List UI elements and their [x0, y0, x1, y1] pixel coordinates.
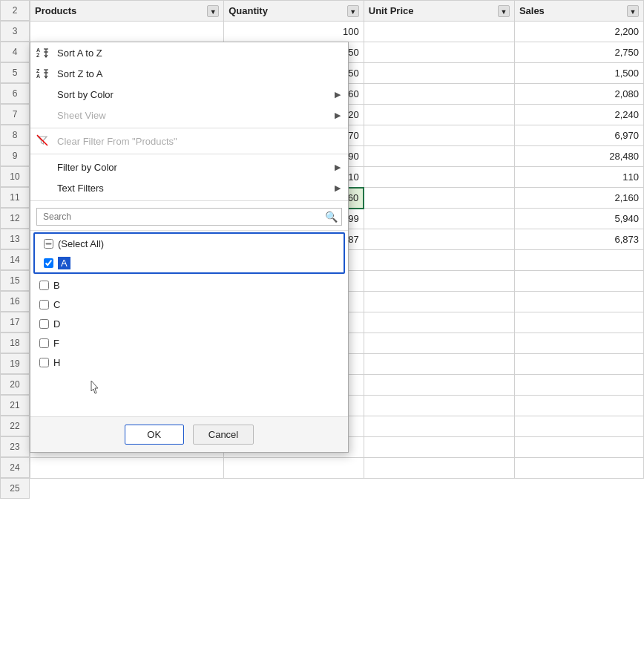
row-numbers: 2 3 4 5 6 7 8 9 10 11 12 13 14 15 16 17 … — [0, 0, 30, 499]
svg-text:A: A — [36, 48, 40, 53]
filter-item-f[interactable]: F — [30, 333, 348, 353]
az-sort-icon: A Z — [36, 46, 50, 60]
chevron-right-icon: ▶ — [335, 90, 341, 99]
sort-a-to-z-item[interactable]: A Z Sort A to Z — [30, 42, 348, 63]
cursor-indicator — [90, 379, 99, 394]
text-filters-item[interactable]: Text Filters ▶ — [30, 177, 348, 198]
row-num: 12 — [0, 208, 30, 229]
sheet-view-label: Sheet View — [57, 110, 106, 121]
highlight-selection-box: (Select All) A — [33, 232, 345, 274]
row-num: 3 — [0, 21, 30, 42]
row-num: 18 — [0, 332, 30, 353]
cell-sales: 2,240 — [514, 105, 643, 125]
sales-filter-dropdown[interactable]: ▼ — [627, 5, 639, 17]
filter-label-a: A — [58, 258, 70, 269]
svg-text:Z: Z — [36, 53, 40, 58]
search-icon[interactable]: 🔍 — [325, 211, 338, 223]
cell-unitprice — [364, 188, 514, 209]
row-num: 20 — [0, 374, 30, 395]
select-all-label: (Select All) — [58, 238, 104, 249]
separator-2 — [30, 154, 348, 154]
row-num: 10 — [0, 166, 30, 187]
filter-item-h[interactable]: H — [30, 353, 348, 372]
filter-label-d: D — [53, 318, 60, 330]
ok-button[interactable]: OK — [125, 425, 184, 445]
chevron-right-icon: ▶ — [335, 183, 341, 193]
filter-by-color-item[interactable]: Filter by Color ▶ — [30, 157, 348, 177]
cell-sales: 6,970 — [514, 125, 643, 146]
row-num: 15 — [0, 270, 30, 291]
filter-item-b[interactable]: B — [30, 275, 348, 295]
sort-by-color-item[interactable]: Sort by Color ▶ — [30, 84, 348, 105]
sheet-view-item[interactable]: Sheet View ▶ — [30, 105, 348, 125]
cell-unitprice — [364, 209, 514, 229]
cell-sales: 2,080 — [514, 84, 643, 105]
cell-sales: 110 — [514, 167, 643, 188]
filter-checkbox-d[interactable] — [39, 319, 49, 329]
filter-checkbox-b[interactable] — [39, 281, 49, 290]
cell-unitprice — [364, 125, 514, 146]
sort-by-color-label: Sort by Color — [57, 89, 114, 100]
products-filter-dropdown[interactable]: ▼ — [207, 5, 219, 17]
row-num: 7 — [0, 104, 30, 125]
clear-filter-icon — [36, 134, 48, 148]
unitprice-header-label: Unit Price — [369, 5, 414, 16]
clear-filter-item[interactable]: Clear Filter From "Products" — [30, 131, 348, 151]
cell-unitprice — [364, 63, 514, 84]
unitprice-filter-dropdown[interactable]: ▼ — [498, 5, 510, 17]
chevron-right-icon: ▶ — [335, 163, 341, 172]
filter-item-d[interactable]: D — [30, 314, 348, 333]
cell-sales: 5,940 — [514, 209, 643, 229]
row-num: 8 — [0, 125, 30, 145]
filter-buttons-area: OK Cancel — [30, 416, 348, 452]
table-row — [30, 458, 644, 479]
filter-checkbox-h[interactable] — [39, 358, 49, 367]
row-num: 2 — [0, 0, 30, 21]
quantity-header-label: Quantity — [229, 5, 268, 16]
svg-text:A: A — [36, 73, 40, 79]
col-header-products: Products ▼ — [30, 1, 224, 22]
cell-sales: 2,160 — [514, 188, 643, 209]
clear-filter-label: Clear Filter From "Products" — [57, 136, 177, 147]
filter-checkbox-c[interactable] — [39, 300, 49, 309]
cell-unitprice — [364, 22, 514, 42]
cell-unitprice — [364, 146, 514, 167]
row-num: 6 — [0, 83, 30, 104]
row-num: 16 — [0, 291, 30, 312]
row-num: 23 — [0, 436, 30, 457]
row-num: 17 — [0, 312, 30, 332]
search-input[interactable] — [36, 208, 342, 226]
sort-z-to-a-item[interactable]: Z A Sort Z to A — [30, 63, 348, 84]
cell-products — [30, 22, 224, 42]
cancel-button[interactable]: Cancel — [193, 425, 254, 445]
row-num: 13 — [0, 229, 30, 249]
cell-unitprice — [364, 105, 514, 125]
chevron-right-icon: ▶ — [335, 111, 341, 120]
cell-unitprice — [364, 84, 514, 105]
sort-z-to-a-label: Sort Z to A — [57, 68, 102, 79]
products-header-label: Products — [35, 5, 76, 16]
svg-text:Z: Z — [36, 68, 40, 73]
filter-item-c[interactable]: C — [30, 295, 348, 314]
quantity-filter-dropdown[interactable]: ▼ — [347, 5, 359, 17]
row-num: 21 — [0, 395, 30, 416]
cell-unitprice — [364, 229, 514, 250]
row-num: 11 — [0, 187, 30, 208]
filter-label-h: H — [53, 357, 60, 368]
separator-1 — [30, 128, 348, 128]
row-num: 5 — [0, 62, 30, 83]
row-num: 25 — [0, 478, 30, 499]
filter-label-f: F — [53, 338, 59, 349]
cell-sales: 28,480 — [514, 146, 643, 167]
filter-label-b: B — [53, 280, 60, 291]
filter-item-select-all[interactable]: (Select All) — [35, 234, 344, 253]
select-all-checkbox[interactable] — [44, 239, 53, 249]
filter-checkbox-a[interactable] — [44, 258, 53, 268]
table-row: 100 2,200 — [30, 22, 644, 42]
filter-dropdown-menu: A Z Sort A to Z Z A — [30, 42, 349, 453]
cell-sales: 2,750 — [514, 42, 643, 63]
filter-checkbox-f[interactable] — [39, 338, 49, 348]
filter-item-a[interactable]: A — [35, 253, 344, 272]
cell-unitprice — [364, 42, 514, 63]
row-num: 4 — [0, 42, 30, 62]
